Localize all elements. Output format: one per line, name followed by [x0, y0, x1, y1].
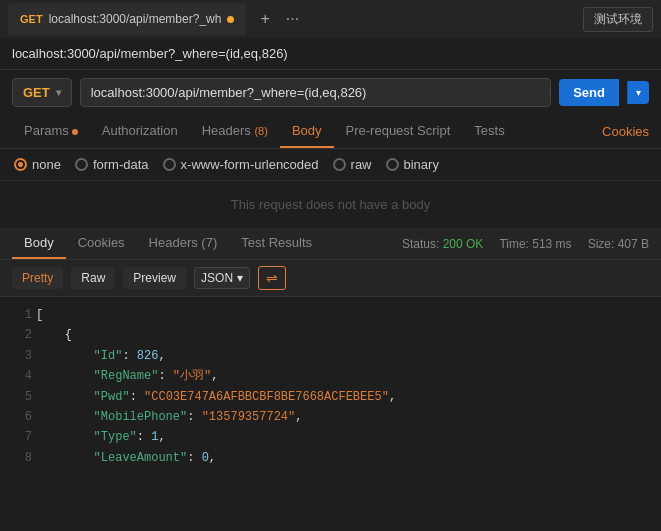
raw-button[interactable]: Raw	[71, 267, 115, 289]
size-label: Size: 407 B	[588, 237, 649, 251]
request-tab[interactable]: GET localhost:3000/api/member?_wh	[8, 3, 246, 35]
status-label: Status: 200 OK	[402, 237, 483, 251]
radio-urlencoded-label: x-www-form-urlencoded	[181, 157, 319, 172]
tab-body[interactable]: Body	[280, 115, 334, 148]
method-label: GET	[23, 85, 50, 100]
more-button[interactable]: ···	[280, 8, 305, 30]
send-dropdown-button[interactable]: ▾	[627, 81, 649, 104]
radio-raw[interactable]: raw	[333, 157, 372, 172]
json-line-4: 4 "RegName": "小羽",	[12, 366, 649, 386]
json-line-1: 1 [	[12, 305, 649, 325]
code-controls: Pretty Raw Preview JSON ▾ ⇌	[0, 260, 661, 297]
tab-prerequest[interactable]: Pre-request Script	[334, 115, 463, 148]
headers-badge: (8)	[254, 125, 267, 137]
tab-tests[interactable]: Tests	[462, 115, 516, 148]
radio-binary-circle	[386, 158, 399, 171]
json-line-3: 3 "Id": 826,	[12, 346, 649, 366]
radio-none[interactable]: none	[14, 157, 61, 172]
resp-tab-test-results[interactable]: Test Results	[229, 228, 324, 259]
tab-bar: GET localhost:3000/api/member?_wh + ··· …	[0, 0, 661, 38]
url-display: localhost:3000/api/member?_where=(id,eq,…	[0, 38, 661, 70]
radio-none-label: none	[32, 157, 61, 172]
radio-raw-circle	[333, 158, 346, 171]
json-output[interactable]: 1 [ 2 { 3 "Id": 826, 4 "RegName": "小羽", …	[0, 297, 661, 467]
radio-urlencoded-circle	[163, 158, 176, 171]
radio-form-data[interactable]: form-data	[75, 157, 149, 172]
send-button[interactable]: Send	[559, 79, 619, 106]
response-status: Status: 200 OK Time: 513 ms Size: 407 B	[402, 237, 649, 251]
method-badge: GET	[20, 13, 43, 25]
resp-tab-cookies[interactable]: Cookies	[66, 228, 137, 259]
response-tabs: Body Cookies Headers (7) Test Results St…	[0, 228, 661, 260]
time-label: Time: 513 ms	[499, 237, 571, 251]
url-input[interactable]	[80, 78, 551, 107]
json-line-5: 5 "Pwd": "CC03E747A6AFBBCBF8BE7668ACFEBE…	[12, 387, 649, 407]
status-ok: 200 OK	[443, 237, 484, 251]
tab-authorization[interactable]: Authorization	[90, 115, 190, 148]
params-dot	[72, 129, 78, 135]
wrap-button[interactable]: ⇌	[258, 266, 286, 290]
pretty-button[interactable]: Pretty	[12, 267, 63, 289]
radio-none-circle	[14, 158, 27, 171]
method-select[interactable]: GET ▾	[12, 78, 72, 107]
resp-tab-body[interactable]: Body	[12, 228, 66, 259]
request-bar: GET ▾ Send ▾	[0, 70, 661, 115]
format-select[interactable]: JSON ▾	[194, 267, 250, 289]
response-section: Body Cookies Headers (7) Test Results St…	[0, 228, 661, 467]
tab-label: localhost:3000/api/member?_wh	[49, 12, 222, 26]
resp-tab-headers[interactable]: Headers (7)	[137, 228, 230, 259]
radio-form-data-circle	[75, 158, 88, 171]
preview-button[interactable]: Preview	[123, 267, 186, 289]
tab-actions: + ···	[254, 8, 305, 30]
tab-headers[interactable]: Headers (8)	[190, 115, 280, 148]
json-line-8: 8 "LeaveAmount": 0,	[12, 448, 649, 467]
no-body-message: This request does not have a body	[0, 181, 661, 228]
radio-binary[interactable]: binary	[386, 157, 439, 172]
params-label: Params	[24, 123, 69, 138]
json-line-6: 6 "MobilePhone": "13579357724",	[12, 407, 649, 427]
unsaved-dot	[227, 16, 234, 23]
body-type-bar: none form-data x-www-form-urlencoded raw…	[0, 149, 661, 181]
json-line-2: 2 {	[12, 325, 649, 345]
radio-binary-label: binary	[404, 157, 439, 172]
chevron-down-icon: ▾	[237, 271, 243, 285]
radio-form-data-label: form-data	[93, 157, 149, 172]
json-line-7: 7 "Type": 1,	[12, 427, 649, 447]
format-label: JSON	[201, 271, 233, 285]
new-tab-button[interactable]: +	[254, 8, 275, 30]
request-tabs-nav: Params Authorization Headers (8) Body Pr…	[0, 115, 661, 149]
env-badge[interactable]: 测试环境	[583, 7, 653, 32]
chevron-down-icon: ▾	[56, 87, 61, 98]
radio-urlencoded[interactable]: x-www-form-urlencoded	[163, 157, 319, 172]
radio-raw-label: raw	[351, 157, 372, 172]
cookies-link[interactable]: Cookies	[602, 124, 649, 139]
tab-params[interactable]: Params	[12, 115, 90, 148]
